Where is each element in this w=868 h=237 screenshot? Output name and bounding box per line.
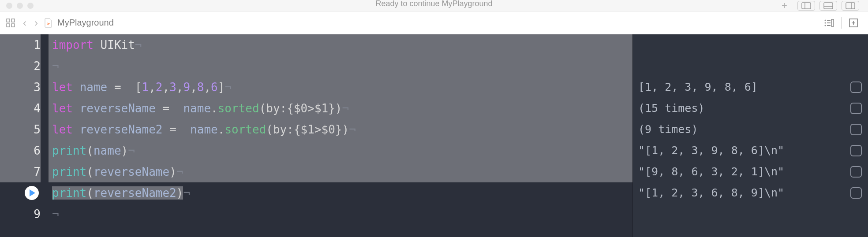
quicklook-button[interactable] xyxy=(850,124,862,135)
result-row: "[9, 8, 6, 3, 2, 1]\n" xyxy=(633,161,868,182)
quicklook-button[interactable] xyxy=(850,145,862,156)
editor-area: 123456789 import UIKit¬¬let name = [1,2,… xyxy=(0,34,868,237)
gutter-line[interactable]: 7 xyxy=(0,161,41,182)
gutter[interactable]: 123456789 xyxy=(0,34,49,237)
svg-rect-8 xyxy=(7,24,10,27)
quicklook-button[interactable] xyxy=(850,187,862,199)
quicklook-button[interactable] xyxy=(850,166,862,178)
svg-rect-4 xyxy=(846,3,855,9)
swift-file-icon xyxy=(44,18,53,28)
panel-button-3[interactable] xyxy=(842,1,859,11)
gutter-line[interactable]: 6 xyxy=(0,140,41,161)
add-tab-button[interactable]: + xyxy=(782,0,793,11)
traffic-lights xyxy=(0,3,34,9)
svg-rect-9 xyxy=(11,24,15,27)
gutter-line[interactable]: 9 xyxy=(0,204,41,225)
panel-button-1[interactable] xyxy=(797,1,815,11)
close-window-button[interactable] xyxy=(6,3,12,9)
svg-rect-16 xyxy=(831,19,834,26)
result-row xyxy=(633,204,868,225)
zoom-window-button[interactable] xyxy=(27,3,34,9)
status-text: Ready to continue MyPlayground xyxy=(375,0,492,8)
navigation-toolbar: ‹ › MyPlayground xyxy=(0,11,868,34)
minimize-window-button[interactable] xyxy=(17,3,23,9)
titlebar-right-controls: + xyxy=(782,0,868,11)
document-name[interactable]: MyPlayground xyxy=(57,18,114,28)
code-line[interactable]: print(reverseName)¬ xyxy=(49,161,632,182)
result-row: (9 times) xyxy=(633,119,868,140)
code-line[interactable]: print(reverseName2)¬ xyxy=(49,182,632,204)
result-row: [1, 2, 3, 9, 8, 6] xyxy=(633,77,868,98)
toolbar-separator xyxy=(841,17,842,29)
code-line[interactable]: ¬ xyxy=(49,56,632,77)
result-text: "[9, 8, 6, 3, 2, 1]\n" xyxy=(638,161,850,182)
svg-rect-0 xyxy=(802,3,811,9)
gutter-line[interactable]: 2 xyxy=(0,56,41,77)
result-row xyxy=(633,34,868,56)
panel-button-2[interactable] xyxy=(819,1,837,11)
gutter-line[interactable]: 4 xyxy=(0,98,41,119)
result-row xyxy=(633,56,868,77)
code-column[interactable]: import UIKit¬¬let name = [1,2,3,9,8,6]¬l… xyxy=(49,34,632,237)
quicklook-button[interactable] xyxy=(850,81,862,93)
nav-forward-button[interactable]: › xyxy=(33,17,40,29)
result-text: (9 times) xyxy=(638,119,850,140)
quicklook-button[interactable] xyxy=(850,103,862,114)
gutter-line[interactable]: 3 xyxy=(0,77,41,98)
code-line[interactable]: let reverseName = name.sorted(by:{$0>$1}… xyxy=(49,98,632,119)
code-line[interactable]: let reverseName2 = name.sorted(by:{$1>$0… xyxy=(49,119,632,140)
gutter-line[interactable]: 5 xyxy=(0,119,41,140)
outline-list-icon[interactable] xyxy=(823,17,835,29)
add-editor-icon[interactable] xyxy=(848,17,859,29)
svg-rect-2 xyxy=(824,3,833,9)
run-line-button[interactable] xyxy=(25,186,39,200)
result-text: "[1, 2, 3, 9, 8, 6]\n" xyxy=(638,140,850,161)
result-row: "[1, 2, 3, 6, 8, 9]\n" xyxy=(633,182,868,204)
result-text: [1, 2, 3, 9, 8, 6] xyxy=(638,77,850,98)
play-icon xyxy=(30,189,35,196)
nav-back-button[interactable]: ‹ xyxy=(21,17,28,29)
gutter-line[interactable]: 1 xyxy=(0,34,41,56)
window-titlebar: Ready to continue MyPlayground + xyxy=(0,0,868,11)
code-line[interactable]: ¬ xyxy=(49,204,632,225)
gutter-line[interactable]: 8 xyxy=(0,182,41,204)
result-text: (15 times) xyxy=(638,98,850,119)
result-row: "[1, 2, 3, 9, 8, 6]\n" xyxy=(633,140,868,161)
related-items-icon[interactable] xyxy=(4,17,17,29)
svg-rect-7 xyxy=(11,19,15,22)
result-text: "[1, 2, 3, 6, 8, 9]\n" xyxy=(638,182,850,204)
svg-rect-6 xyxy=(7,19,10,22)
code-line[interactable]: import UIKit¬ xyxy=(49,34,632,56)
code-line[interactable]: let name = [1,2,3,9,8,6]¬ xyxy=(49,77,632,98)
code-pane[interactable]: 123456789 import UIKit¬¬let name = [1,2,… xyxy=(0,34,632,237)
code-line[interactable]: print(name)¬ xyxy=(49,140,632,161)
result-row: (15 times) xyxy=(633,98,868,119)
results-sidebar: [1, 2, 3, 9, 8, 6](15 times)(9 times)"[1… xyxy=(632,34,868,237)
